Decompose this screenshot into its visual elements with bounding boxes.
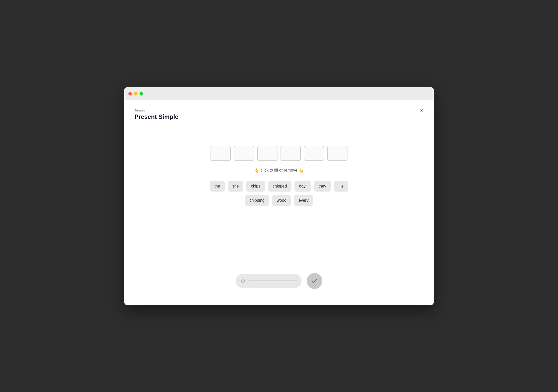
check-icon	[311, 277, 318, 285]
answer-slot-1[interactable]	[211, 146, 231, 161]
slider-container[interactable]: ☺	[236, 274, 302, 288]
close-traffic-light[interactable]	[128, 92, 132, 96]
title-bar	[124, 87, 434, 100]
hint-text: 👆 click to fill or remove 👆	[254, 168, 304, 173]
word-chip-day[interactable]: day.	[294, 181, 311, 192]
check-button[interactable]	[307, 273, 322, 289]
answer-slot-4[interactable]	[281, 146, 301, 161]
page-title: Present Simple	[134, 113, 424, 120]
exercise-area: 👆 click to fill or remove 👆 the she chip…	[134, 130, 424, 267]
word-chip-he[interactable]: He	[334, 181, 348, 192]
bottom-bar: ☺	[134, 267, 424, 297]
main-content: Tenses Present Simple × 👆 click to fill …	[124, 100, 434, 305]
answer-slot-3[interactable]	[257, 146, 277, 161]
word-row-1: the she chips chipped day. they He	[210, 181, 348, 192]
word-chip-wood[interactable]: wood	[272, 195, 291, 206]
hint-right-emoji: 👆	[299, 168, 304, 173]
app-window: Tenses Present Simple × 👆 click to fill …	[124, 87, 434, 305]
smiley-icon: ☺	[240, 278, 246, 284]
word-chip-she[interactable]: she	[228, 181, 243, 192]
traffic-lights	[128, 92, 143, 96]
header: Tenses Present Simple	[134, 108, 424, 120]
hint-label: click to fill or remove	[261, 168, 298, 173]
slider-track[interactable]	[249, 281, 297, 281]
word-chip-they[interactable]: they	[314, 181, 331, 192]
word-chip-every[interactable]: every	[294, 195, 313, 206]
hint-left-emoji: 👆	[254, 168, 259, 173]
answer-slot-5[interactable]	[304, 146, 324, 161]
word-chip-chipped[interactable]: chipped	[268, 181, 291, 192]
answer-slots	[211, 146, 347, 161]
word-chip-the[interactable]: the	[210, 181, 224, 192]
answer-slot-6[interactable]	[327, 146, 347, 161]
answer-slot-2[interactable]	[234, 146, 254, 161]
word-chip-chipping[interactable]: chipping	[245, 195, 269, 206]
close-button[interactable]: ×	[420, 107, 424, 114]
minimize-traffic-light[interactable]	[134, 92, 137, 96]
word-chip-chips[interactable]: chips	[246, 181, 265, 192]
maximize-traffic-light[interactable]	[140, 92, 143, 96]
word-row-2: chipping wood every	[245, 195, 313, 206]
subtitle: Tenses	[134, 108, 424, 112]
word-bank: the she chips chipped day. they He chipp…	[210, 181, 348, 206]
